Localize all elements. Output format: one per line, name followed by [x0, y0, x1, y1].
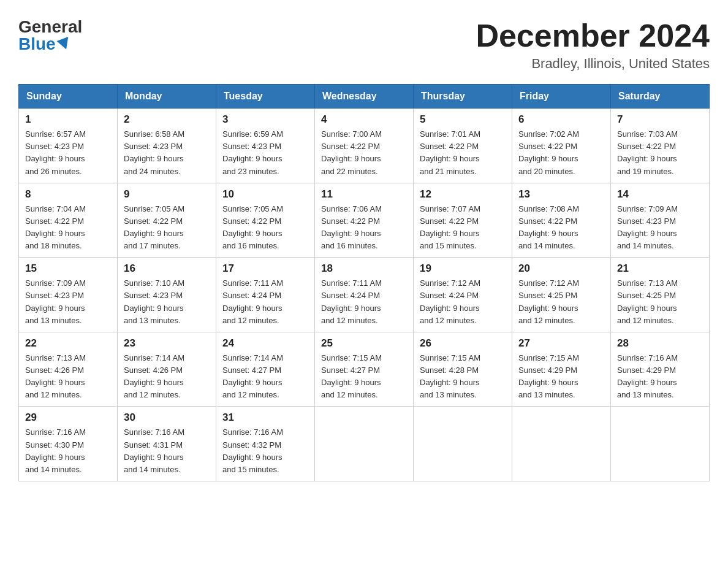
- weekday-header-friday: Friday: [512, 85, 611, 109]
- calendar-cell: 23Sunrise: 7:14 AMSunset: 4:26 PMDayligh…: [118, 332, 216, 407]
- day-number: 28: [617, 337, 703, 350]
- calendar-cell: 11Sunrise: 7:06 AMSunset: 4:22 PMDayligh…: [315, 183, 414, 258]
- day-number: 31: [222, 412, 308, 424]
- day-info: Sunrise: 7:09 AMSunset: 4:23 PMDaylight:…: [25, 277, 111, 327]
- calendar-cell: [611, 407, 710, 481]
- day-info: Sunrise: 7:01 AMSunset: 4:22 PMDaylight:…: [420, 128, 506, 178]
- calendar-cell: 24Sunrise: 7:14 AMSunset: 4:27 PMDayligh…: [216, 332, 315, 407]
- day-info: Sunrise: 7:09 AMSunset: 4:23 PMDaylight:…: [617, 203, 703, 253]
- day-info: Sunrise: 7:15 AMSunset: 4:28 PMDaylight:…: [420, 352, 506, 402]
- day-number: 26: [420, 337, 506, 350]
- day-number: 9: [124, 188, 210, 201]
- weekday-header-wednesday: Wednesday: [315, 85, 414, 109]
- day-number: 21: [617, 262, 703, 275]
- day-info: Sunrise: 7:02 AMSunset: 4:22 PMDaylight:…: [518, 128, 604, 178]
- calendar-cell: 20Sunrise: 7:12 AMSunset: 4:25 PMDayligh…: [512, 258, 611, 332]
- calendar-week-row: 1Sunrise: 6:57 AMSunset: 4:23 PMDaylight…: [19, 109, 710, 183]
- calendar-cell: 4Sunrise: 7:00 AMSunset: 4:22 PMDaylight…: [315, 109, 414, 183]
- page-header: General Blue December 2024 Bradley, Illi…: [18, 18, 710, 72]
- calendar-cell: 18Sunrise: 7:11 AMSunset: 4:24 PMDayligh…: [315, 258, 414, 332]
- logo-blue-text: Blue: [18, 36, 70, 53]
- title-section: December 2024 Bradley, Illinois, United …: [476, 18, 710, 72]
- day-number: 8: [25, 188, 111, 201]
- day-number: 27: [518, 337, 604, 350]
- calendar-cell: 6Sunrise: 7:02 AMSunset: 4:22 PMDaylight…: [512, 109, 611, 183]
- calendar-week-row: 8Sunrise: 7:04 AMSunset: 4:22 PMDaylight…: [19, 183, 710, 258]
- day-info: Sunrise: 7:08 AMSunset: 4:22 PMDaylight:…: [518, 203, 604, 253]
- day-info: Sunrise: 7:15 AMSunset: 4:27 PMDaylight:…: [321, 352, 407, 402]
- weekday-header-sunday: Sunday: [19, 85, 118, 109]
- day-info: Sunrise: 7:11 AMSunset: 4:24 PMDaylight:…: [222, 277, 308, 327]
- calendar-cell: 19Sunrise: 7:12 AMSunset: 4:24 PMDayligh…: [414, 258, 512, 332]
- day-info: Sunrise: 7:07 AMSunset: 4:22 PMDaylight:…: [420, 203, 506, 253]
- calendar-cell: 15Sunrise: 7:09 AMSunset: 4:23 PMDayligh…: [19, 258, 118, 332]
- day-number: 13: [518, 188, 604, 201]
- weekday-header-tuesday: Tuesday: [216, 85, 315, 109]
- calendar-cell: 25Sunrise: 7:15 AMSunset: 4:27 PMDayligh…: [315, 332, 414, 407]
- day-info: Sunrise: 6:59 AMSunset: 4:23 PMDaylight:…: [222, 128, 308, 178]
- day-number: 14: [617, 188, 703, 201]
- day-info: Sunrise: 7:14 AMSunset: 4:26 PMDaylight:…: [124, 352, 210, 402]
- day-info: Sunrise: 7:12 AMSunset: 4:24 PMDaylight:…: [420, 277, 506, 327]
- day-number: 1: [25, 113, 111, 126]
- location-label: Bradley, Illinois, United States: [476, 56, 710, 72]
- calendar-cell: 7Sunrise: 7:03 AMSunset: 4:22 PMDaylight…: [611, 109, 710, 183]
- calendar-cell: 30Sunrise: 7:16 AMSunset: 4:31 PMDayligh…: [118, 407, 216, 481]
- day-number: 7: [617, 113, 703, 126]
- day-number: 3: [222, 113, 308, 126]
- day-info: Sunrise: 6:58 AMSunset: 4:23 PMDaylight:…: [124, 128, 210, 178]
- day-number: 20: [518, 262, 604, 275]
- weekday-header-thursday: Thursday: [414, 85, 512, 109]
- calendar-cell: 27Sunrise: 7:15 AMSunset: 4:29 PMDayligh…: [512, 332, 611, 407]
- calendar-cell: 26Sunrise: 7:15 AMSunset: 4:28 PMDayligh…: [414, 332, 512, 407]
- calendar-cell: [414, 407, 512, 481]
- calendar-cell: 14Sunrise: 7:09 AMSunset: 4:23 PMDayligh…: [611, 183, 710, 258]
- day-info: Sunrise: 7:03 AMSunset: 4:22 PMDaylight:…: [617, 128, 703, 178]
- calendar-cell: 29Sunrise: 7:16 AMSunset: 4:30 PMDayligh…: [19, 407, 118, 481]
- calendar-cell: [512, 407, 611, 481]
- day-number: 18: [321, 262, 407, 275]
- day-info: Sunrise: 7:05 AMSunset: 4:22 PMDaylight:…: [222, 203, 308, 253]
- calendar-week-row: 15Sunrise: 7:09 AMSunset: 4:23 PMDayligh…: [19, 258, 710, 332]
- day-number: 16: [124, 262, 210, 275]
- calendar-cell: 13Sunrise: 7:08 AMSunset: 4:22 PMDayligh…: [512, 183, 611, 258]
- calendar-cell: [315, 407, 414, 481]
- logo-general-text: General: [18, 18, 82, 36]
- calendar-header: SundayMondayTuesdayWednesdayThursdayFrid…: [19, 85, 710, 109]
- calendar-cell: 16Sunrise: 7:10 AMSunset: 4:23 PMDayligh…: [118, 258, 216, 332]
- day-number: 29: [25, 412, 111, 424]
- day-number: 23: [124, 337, 210, 350]
- calendar-cell: 17Sunrise: 7:11 AMSunset: 4:24 PMDayligh…: [216, 258, 315, 332]
- weekday-header-row: SundayMondayTuesdayWednesdayThursdayFrid…: [19, 85, 710, 109]
- month-title: December 2024: [476, 18, 710, 53]
- day-info: Sunrise: 6:57 AMSunset: 4:23 PMDaylight:…: [25, 128, 111, 178]
- calendar-cell: 8Sunrise: 7:04 AMSunset: 4:22 PMDaylight…: [19, 183, 118, 258]
- day-number: 24: [222, 337, 308, 350]
- day-number: 30: [124, 412, 210, 424]
- logo-triangle-icon: [56, 37, 72, 52]
- day-info: Sunrise: 7:16 AMSunset: 4:30 PMDaylight:…: [25, 426, 111, 476]
- day-info: Sunrise: 7:00 AMSunset: 4:22 PMDaylight:…: [321, 128, 407, 178]
- day-number: 11: [321, 188, 407, 201]
- calendar-cell: 21Sunrise: 7:13 AMSunset: 4:25 PMDayligh…: [611, 258, 710, 332]
- calendar-cell: 31Sunrise: 7:16 AMSunset: 4:32 PMDayligh…: [216, 407, 315, 481]
- day-number: 12: [420, 188, 506, 201]
- calendar-cell: 22Sunrise: 7:13 AMSunset: 4:26 PMDayligh…: [19, 332, 118, 407]
- calendar-cell: 1Sunrise: 6:57 AMSunset: 4:23 PMDaylight…: [19, 109, 118, 183]
- calendar-week-row: 29Sunrise: 7:16 AMSunset: 4:30 PMDayligh…: [19, 407, 710, 481]
- calendar-cell: 2Sunrise: 6:58 AMSunset: 4:23 PMDaylight…: [118, 109, 216, 183]
- day-number: 19: [420, 262, 506, 275]
- day-info: Sunrise: 7:14 AMSunset: 4:27 PMDaylight:…: [222, 352, 308, 402]
- calendar-cell: 28Sunrise: 7:16 AMSunset: 4:29 PMDayligh…: [611, 332, 710, 407]
- day-info: Sunrise: 7:16 AMSunset: 4:31 PMDaylight:…: [124, 426, 210, 476]
- day-info: Sunrise: 7:05 AMSunset: 4:22 PMDaylight:…: [124, 203, 210, 253]
- day-number: 25: [321, 337, 407, 350]
- day-number: 5: [420, 113, 506, 126]
- day-info: Sunrise: 7:16 AMSunset: 4:29 PMDaylight:…: [617, 352, 703, 402]
- day-number: 10: [222, 188, 308, 201]
- logo: General Blue: [18, 18, 82, 53]
- day-number: 17: [222, 262, 308, 275]
- day-number: 22: [25, 337, 111, 350]
- day-info: Sunrise: 7:16 AMSunset: 4:32 PMDaylight:…: [222, 426, 308, 476]
- day-info: Sunrise: 7:06 AMSunset: 4:22 PMDaylight:…: [321, 203, 407, 253]
